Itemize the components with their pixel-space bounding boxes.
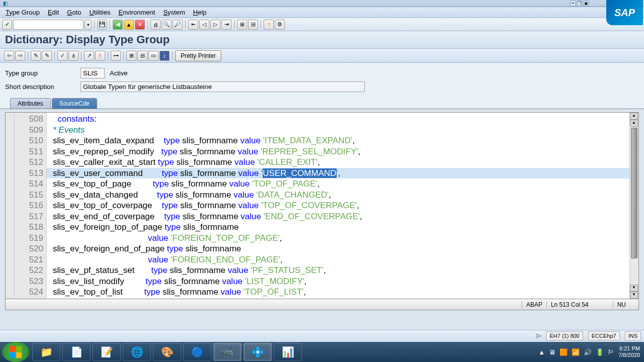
scroll-down-button[interactable]: ▼ — [630, 285, 638, 292]
taskbar-sap[interactable]: 💠 — [244, 343, 272, 361]
type-group-field[interactable] — [80, 68, 105, 78]
menu-type-group[interactable]: Type Group — [2, 8, 44, 17]
command-dropdown[interactable]: ▾ — [85, 20, 92, 30]
taskbar-powerpoint[interactable]: 📊 — [274, 343, 302, 361]
menu-utilities[interactable]: Utilities — [86, 8, 115, 17]
display-change-button[interactable]: ✎ — [31, 51, 41, 61]
host-info: ECCEhp7 — [588, 331, 620, 340]
short-desc-field[interactable] — [80, 81, 365, 92]
nav-back-button[interactable]: ⇦ — [4, 51, 14, 61]
tray-flag-icon[interactable]: 🏳 — [608, 348, 614, 356]
restore-button[interactable]: ❐ — [577, 1, 582, 6]
scroll-down-button-2[interactable]: ▼ — [630, 292, 638, 299]
window-title-bar: ◧ ━ ❐ ▣ — [0, 0, 644, 7]
taskbar-notepad[interactable]: 📄 — [62, 343, 91, 361]
layout-button[interactable]: ⚙ — [275, 20, 285, 30]
menu-environment[interactable]: Environment — [114, 8, 159, 17]
new-session-button[interactable]: ⊞ — [237, 20, 247, 30]
taskbar-app1[interactable]: 🔵 — [183, 343, 211, 361]
concatenate-button[interactable]: ⊟ — [137, 51, 147, 61]
taskbar-paint[interactable]: 🎨 — [153, 343, 181, 361]
app-toolbar: ⇦ ⇨ ✎ ✎ ✓ 🕯 ↗ ! ⊶ ⊞ ⊟ ▭ i Pretty Printer — [0, 49, 644, 63]
code-editor[interactable]: 5085095105115125135145155165175185195205… — [5, 112, 639, 299]
line-numbers: 5085095105115125135145155165175185195205… — [15, 113, 47, 299]
menu-help[interactable]: Help — [189, 8, 211, 17]
minimize-button[interactable]: ━ — [570, 1, 576, 6]
menu-system[interactable]: System — [159, 8, 189, 17]
where-used-button[interactable]: ↗ — [84, 51, 94, 61]
sap-status-bar: ▷ EH7 (1) 800 ECCEhp7 INS — [0, 330, 644, 341]
start-button[interactable] — [2, 342, 29, 362]
lang-indicator: ABAP — [522, 301, 546, 308]
taskbar-chrome[interactable]: 🌐 — [123, 343, 151, 361]
status-text: Active — [110, 69, 127, 77]
first-page-button[interactable]: ⇤ — [188, 20, 198, 30]
info-button[interactable]: i — [159, 51, 170, 61]
command-field[interactable] — [13, 20, 84, 30]
pattern-button[interactable]: ⊞ — [126, 51, 136, 61]
pretty-printer-button[interactable]: Pretty Printer — [175, 50, 221, 61]
tab-source-code[interactable]: SourceCde — [52, 98, 97, 109]
enter-button[interactable]: ✓ — [2, 20, 12, 30]
cursor-position: Ln 513 Col 54 — [546, 301, 593, 308]
taskbar-wordpad[interactable]: 📝 — [93, 343, 121, 361]
tray-network-icon[interactable]: 🖥 — [549, 348, 555, 356]
exit-button[interactable]: ▲ — [124, 20, 134, 30]
short-desc-label: Short description — [5, 83, 80, 90]
system-tray: ▲ 🖥 🟧 📶 🔊 🔋 🏳 8:21 PM7/8/2020 — [538, 345, 644, 358]
header-form: Type group Active Short description — [0, 63, 644, 98]
page-title: Dictionary: Display Type Group — [0, 31, 644, 49]
app-icon: ◧ — [3, 1, 8, 6]
scrollbar[interactable]: ▲ ▲ ▼ ▼ — [629, 113, 638, 299]
shortcut-button[interactable]: ⊟ — [248, 20, 258, 30]
split-button[interactable]: ▭ — [148, 51, 158, 61]
tray-battery-icon[interactable]: 🔋 — [596, 348, 604, 356]
scroll-up-button-2[interactable]: ▲ — [630, 120, 638, 127]
nav-arrow-icon[interactable]: ▷ — [537, 332, 541, 339]
tray-app-icon[interactable]: 🟧 — [559, 348, 568, 356]
scroll-thumb[interactable] — [631, 128, 637, 258]
insert-mode: INS — [625, 331, 641, 340]
code-area[interactable]: constants:* Eventsslis_ev_item_data_expa… — [47, 113, 629, 299]
close-button-small[interactable]: ▣ — [583, 1, 589, 6]
tray-volume-icon[interactable]: 🔊 — [584, 348, 592, 356]
menu-bar: Type Group Edit Goto Utilities Environme… — [0, 7, 644, 18]
editor-margin — [6, 113, 15, 299]
next-page-button[interactable]: ▷ — [210, 20, 220, 30]
system-info[interactable]: EH7 (1) 800 — [546, 331, 583, 340]
breakpoint-button[interactable]: ⊶ — [111, 51, 121, 61]
taskbar-explorer[interactable]: 📁 — [32, 343, 60, 361]
find-button[interactable]: 🔍 — [162, 20, 172, 30]
sap-logo: SAP — [606, 0, 643, 25]
other-object-button[interactable]: ✎ — [42, 51, 52, 61]
taskbar-zoom[interactable]: 📹 — [213, 343, 242, 361]
prev-page-button[interactable]: ◁ — [199, 20, 209, 30]
check-button[interactable]: ✓ — [57, 51, 67, 61]
tray-wifi-icon[interactable]: 📶 — [572, 348, 580, 356]
editor-status-bar: ABAP Ln 513 Col 54 NU — [5, 299, 639, 310]
menu-edit[interactable]: Edit — [44, 8, 63, 17]
find-next-button[interactable]: 🔎 — [173, 20, 183, 30]
tab-attributes[interactable]: Attributes — [10, 98, 51, 109]
tray-show-hidden-icon[interactable]: ▲ — [538, 348, 545, 356]
activate-button[interactable]: 🕯 — [68, 51, 78, 61]
back-button[interactable]: ◀ — [113, 20, 123, 30]
tray-clock[interactable]: 8:21 PM7/8/2020 — [618, 345, 640, 358]
last-page-button[interactable]: ⇥ — [221, 20, 231, 30]
help-button[interactable]: ? — [264, 20, 274, 30]
save-button[interactable]: 💾 — [97, 20, 107, 30]
display-object-button[interactable]: ! — [95, 51, 105, 61]
cancel-button[interactable]: ✕ — [135, 20, 145, 30]
nav-fwd-button[interactable]: ⇨ — [15, 51, 25, 61]
tab-strip: Attributes SourceCde — [0, 98, 644, 109]
menu-goto[interactable]: Goto — [63, 8, 85, 17]
mode-indicator: NU — [613, 301, 630, 308]
standard-toolbar: ✓ ▾ 💾 ◀ ▲ ✕ 🖨 🔍 🔎 ⇤ ◁ ▷ ⇥ ⊞ ⊟ ? ⚙ — [0, 18, 644, 31]
type-group-label: Type group — [5, 69, 80, 77]
scroll-up-button[interactable]: ▲ — [630, 113, 638, 120]
print-button[interactable]: 🖨 — [150, 20, 160, 30]
windows-taskbar: 📁 📄 📝 🌐 🎨 🔵 📹 💠 📊 ▲ 🖥 🟧 📶 🔊 🔋 🏳 8:21 PM7… — [0, 342, 644, 362]
